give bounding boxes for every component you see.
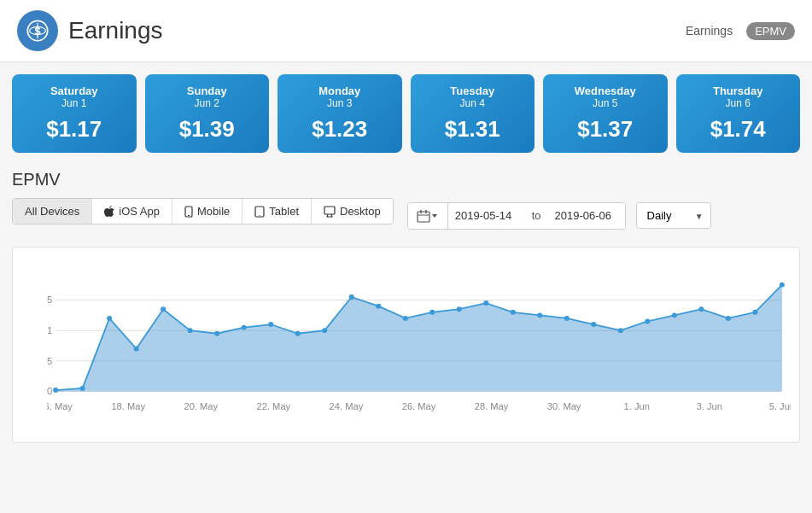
svg-text:24. May: 24. May (330, 401, 364, 411)
header-nav: Earnings EPMV (686, 22, 795, 40)
header-left: $ Earnings (17, 10, 163, 51)
svg-point-41 (483, 300, 488, 306)
svg-point-37 (376, 304, 381, 309)
day-card: Thursday Jun 6 $1.74 (676, 74, 801, 153)
svg-point-43 (537, 312, 542, 318)
card-date: Jun 4 (424, 97, 522, 109)
svg-point-44 (564, 316, 570, 321)
card-amount: $1.17 (26, 116, 123, 143)
card-amount: $1.74 (690, 116, 787, 143)
svg-rect-8 (324, 207, 335, 214)
period-select-wrap: DailyWeeklyMonthly (636, 202, 711, 229)
svg-point-34 (295, 331, 301, 336)
chart-container: 00.511.516. May18. May20. May22. May24. … (12, 247, 800, 443)
svg-text:28. May: 28. May (475, 401, 509, 411)
day-card: Sunday Jun 2 $1.39 (145, 74, 270, 153)
day-card: Wednesday Jun 5 $1.37 (543, 74, 668, 153)
svg-point-47 (645, 319, 650, 324)
svg-text:22. May: 22. May (257, 401, 291, 411)
card-date: Jun 6 (690, 97, 787, 109)
card-day-name: Thursday (690, 85, 787, 97)
epmv-chart: 00.511.516. May18. May20. May22. May24. … (47, 261, 791, 417)
svg-point-35 (322, 328, 327, 333)
svg-point-30 (188, 328, 193, 333)
svg-point-52 (780, 283, 785, 288)
logo-icon: $ (17, 10, 58, 51)
svg-text:1.5: 1.5 (47, 295, 52, 306)
device-filters: All DevicesiOS AppMobileTabletDesktop (12, 198, 394, 224)
date-controls: to DailyWeeklyMonthly (407, 202, 711, 230)
svg-point-46 (618, 328, 623, 333)
svg-point-38 (403, 316, 408, 321)
svg-text:1. Jun: 1. Jun (624, 401, 650, 411)
day-card: Monday Jun 3 $1.23 (277, 74, 402, 153)
nav-epmv-badge[interactable]: EPMV (746, 22, 795, 40)
svg-text:16. May: 16. May (47, 401, 73, 411)
header: $ Earnings Earnings EPMV (0, 0, 812, 62)
day-card: Saturday Jun 1 $1.17 (12, 74, 137, 153)
svg-text:1: 1 (47, 325, 52, 335)
card-day-name: Saturday (26, 85, 123, 97)
svg-point-32 (242, 325, 247, 330)
svg-point-25 (53, 388, 58, 393)
card-day-name: Monday (291, 85, 388, 97)
filter-btn-tablet[interactable]: Tablet (242, 199, 312, 224)
svg-point-31 (214, 331, 219, 336)
filter-btn-desktop[interactable]: Desktop (312, 199, 393, 224)
card-date: Jun 5 (557, 97, 654, 109)
svg-point-50 (726, 316, 731, 321)
svg-point-39 (429, 310, 435, 315)
svg-text:26. May: 26. May (402, 401, 436, 411)
svg-marker-16 (432, 214, 437, 218)
date-separator: to (525, 209, 548, 222)
daily-cards-row: Saturday Jun 1 $1.17 Sunday Jun 2 $1.39 … (0, 62, 812, 161)
svg-text:5. Jun: 5. Jun (769, 401, 791, 411)
card-amount: $1.23 (291, 116, 388, 143)
epmv-title: EPMV (12, 170, 800, 189)
svg-point-45 (591, 322, 596, 327)
svg-point-36 (349, 294, 354, 300)
svg-rect-12 (418, 212, 429, 222)
filter-btn-all-devices[interactable]: All Devices (13, 199, 92, 224)
chart-area: 00.511.516. May18. May20. May22. May24. … (0, 238, 812, 446)
card-day-name: Sunday (159, 85, 256, 97)
date-range: to (407, 202, 626, 230)
svg-text:0.5: 0.5 (47, 356, 52, 366)
svg-point-29 (161, 306, 166, 312)
svg-point-28 (134, 347, 139, 352)
card-date: Jun 1 (26, 97, 123, 109)
nav-earnings-link[interactable]: Earnings (686, 24, 733, 38)
date-from-input[interactable] (448, 203, 525, 228)
epmv-section: EPMV All DevicesiOS AppMobileTabletDeskt… (0, 161, 812, 238)
filter-row: All DevicesiOS AppMobileTabletDesktop to (12, 198, 800, 233)
svg-point-40 (457, 306, 462, 312)
calendar-icon-button[interactable] (408, 203, 448, 229)
svg-point-49 (698, 306, 704, 312)
date-to-input[interactable] (548, 203, 625, 228)
page-title: Earnings (68, 17, 163, 44)
card-amount: $1.39 (159, 116, 256, 143)
svg-text:20. May: 20. May (184, 401, 218, 411)
card-amount: $1.37 (557, 116, 654, 143)
svg-point-48 (672, 312, 677, 318)
card-day-name: Wednesday (557, 85, 654, 97)
svg-text:0: 0 (47, 387, 52, 397)
svg-point-33 (268, 322, 273, 327)
svg-text:30. May: 30. May (547, 401, 581, 411)
card-date: Jun 3 (291, 97, 388, 109)
svg-point-27 (107, 316, 112, 321)
filter-btn-mobile[interactable]: Mobile (172, 199, 242, 224)
svg-point-51 (752, 310, 757, 315)
card-day-name: Tuesday (424, 85, 522, 97)
svg-point-26 (80, 386, 85, 391)
period-select[interactable]: DailyWeeklyMonthly (637, 203, 710, 228)
day-card: Tuesday Jun 4 $1.31 (411, 74, 535, 153)
card-date: Jun 2 (159, 97, 256, 109)
svg-text:3. Jun: 3. Jun (697, 401, 722, 411)
card-amount: $1.31 (424, 116, 522, 143)
svg-point-42 (511, 310, 516, 315)
filter-btn-ios-app[interactable]: iOS App (92, 199, 172, 224)
svg-text:18. May: 18. May (111, 401, 145, 411)
